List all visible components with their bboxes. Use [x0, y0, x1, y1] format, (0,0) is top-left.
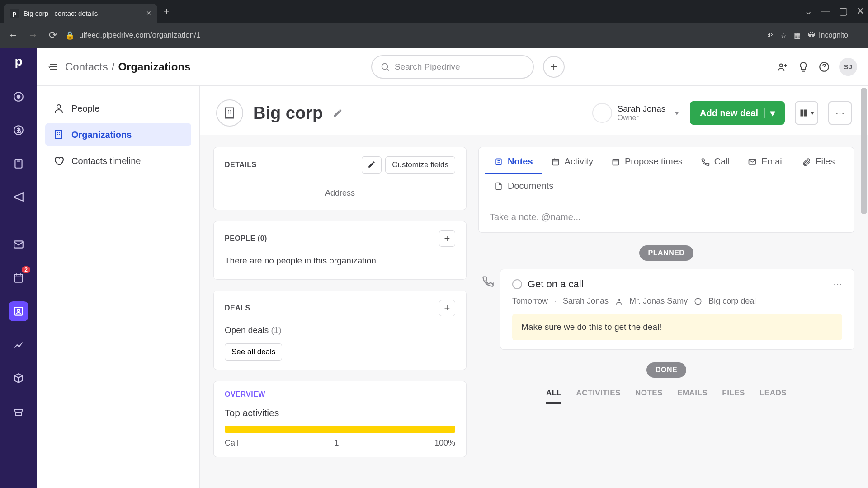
owner-selector[interactable]: Sarah Jonas Owner ▼: [592, 103, 680, 123]
favicon: p: [10, 9, 19, 18]
browser-menu-icon[interactable]: ⋮: [855, 31, 863, 40]
rail-deals[interactable]: [9, 120, 28, 140]
app-logo[interactable]: p: [14, 54, 22, 69]
rail-activities[interactable]: 2: [9, 268, 28, 288]
assistant-icon[interactable]: [797, 61, 809, 73]
svg-point-22: [618, 299, 620, 301]
activity-badge: 2: [22, 266, 30, 273]
svg-rect-12: [56, 131, 62, 139]
done-pill: DONE: [646, 362, 686, 378]
chevron-down-icon[interactable]: ⌄: [804, 5, 812, 17]
tab-notes[interactable]: Notes: [485, 150, 542, 174]
svg-point-9: [780, 64, 783, 67]
scrollbar[interactable]: [861, 88, 867, 214]
activity-more-icon[interactable]: ⋯: [833, 279, 842, 290]
svg-rect-17: [804, 113, 807, 117]
filter-emails[interactable]: EMAILS: [677, 389, 708, 404]
tab-close-icon[interactable]: ×: [146, 9, 151, 18]
see-all-deals-button[interactable]: See all deals: [225, 343, 282, 361]
tab-email[interactable]: Email: [739, 150, 793, 174]
owner-avatar: [592, 103, 612, 123]
search-input[interactable]: Search Pipedrive: [371, 55, 534, 79]
tab-call[interactable]: Call: [692, 150, 739, 174]
tab-title: Big corp - contact details: [24, 9, 142, 17]
activity-deal[interactable]: Big corp deal: [708, 296, 756, 306]
svg-rect-14: [801, 110, 804, 113]
tab-documents[interactable]: Documents: [485, 174, 562, 199]
eye-off-icon[interactable]: 👁: [766, 31, 773, 39]
activity-checkbox[interactable]: [512, 279, 522, 289]
close-window-icon[interactable]: ✕: [856, 5, 864, 17]
tab-files[interactable]: Files: [793, 150, 844, 174]
rail-insights[interactable]: [9, 335, 28, 355]
back-button[interactable]: ←: [5, 29, 21, 41]
filter-tabs: ALL ACTIVITIES NOTES EMAILS FILES LEADS: [478, 389, 854, 404]
top-activities-label: Top activities: [225, 403, 455, 423]
svg-rect-3: [15, 159, 22, 168]
add-person-button[interactable]: +: [439, 230, 455, 247]
note-input[interactable]: Take a note, @name...: [478, 202, 854, 233]
help-icon[interactable]: [818, 61, 830, 73]
svg-point-7: [17, 309, 19, 311]
breadcrumb-current[interactable]: Organizations: [118, 61, 190, 73]
reload-button[interactable]: ⟳: [45, 29, 61, 41]
activity-person[interactable]: Mr. Jonas Samy: [629, 296, 688, 306]
collapse-sidebar-icon[interactable]: [48, 61, 59, 72]
filter-activities[interactable]: ACTIVITIES: [576, 389, 621, 404]
deals-card: DEALS + Open deals (1) See all deals: [213, 291, 467, 370]
breadcrumb-root[interactable]: Contacts: [65, 61, 108, 73]
rail-projects[interactable]: [9, 154, 28, 174]
overview-title: OVERVIEW: [225, 390, 265, 399]
add-deal-plus-button[interactable]: +: [439, 300, 455, 316]
layout-button[interactable]: ▾: [795, 101, 818, 125]
sidebar-item-organizations[interactable]: Organizations: [45, 123, 191, 146]
customize-fields-button[interactable]: Customize fields: [385, 156, 455, 174]
svg-rect-5: [14, 274, 22, 282]
filter-all[interactable]: ALL: [546, 389, 562, 404]
invite-icon[interactable]: [777, 61, 788, 73]
browser-tab[interactable]: p Big corp - contact details ×: [4, 4, 157, 23]
address-field[interactable]: Address: [225, 182, 455, 201]
maximize-icon[interactable]: ▢: [839, 5, 848, 17]
sidebar-item-timeline[interactable]: Contacts timeline: [45, 149, 191, 173]
user-avatar[interactable]: SJ: [839, 58, 857, 76]
sidebar-item-people[interactable]: People: [45, 97, 191, 120]
address-bar[interactable]: 🔒 uifeed.pipedrive.com/organization/1: [65, 31, 761, 40]
call-icon: [479, 272, 497, 290]
building-icon: [53, 129, 64, 140]
rail-mail[interactable]: [9, 235, 28, 254]
rail-leads[interactable]: [9, 87, 28, 107]
filter-notes[interactable]: NOTES: [635, 389, 663, 404]
planned-pill: PLANNED: [639, 245, 694, 261]
rail-products[interactable]: [9, 368, 28, 388]
person-icon: [615, 297, 623, 305]
person-icon: [53, 103, 64, 114]
people-empty: There are no people in this organization: [225, 251, 455, 270]
url-text: uifeed.pipedrive.com/organization/1: [79, 31, 200, 40]
edit-fields-button[interactable]: [362, 156, 382, 174]
incognito-chip[interactable]: 🕶 Incognito: [808, 31, 848, 39]
details-title: DETAILS: [225, 161, 257, 169]
more-actions-button[interactable]: ⋯: [828, 101, 852, 125]
add-deal-dropdown[interactable]: ▾: [764, 108, 775, 118]
rail-contacts[interactable]: [9, 301, 28, 321]
edit-icon[interactable]: [333, 108, 343, 118]
minimize-icon[interactable]: —: [821, 5, 830, 17]
extensions-icon[interactable]: ▦: [794, 31, 801, 40]
filter-files[interactable]: FILES: [722, 389, 745, 404]
org-avatar[interactable]: [216, 99, 243, 127]
lock-icon: 🔒: [65, 31, 75, 40]
add-deal-button[interactable]: Add new deal ▾: [690, 101, 785, 125]
activity-tabs: Notes Activity Propose times Call Email …: [478, 147, 854, 202]
activity-title[interactable]: Get on a call: [528, 278, 584, 290]
activity-note: Make sure we do this to get the deal!: [512, 314, 842, 340]
svg-rect-13: [226, 108, 234, 118]
new-tab-button[interactable]: +: [164, 5, 170, 17]
quick-add-button[interactable]: +: [543, 56, 565, 78]
rail-marketplace[interactable]: [9, 402, 28, 422]
star-icon[interactable]: ☆: [780, 31, 787, 40]
tab-propose[interactable]: Propose times: [602, 150, 692, 174]
tab-activity[interactable]: Activity: [542, 150, 602, 174]
rail-campaigns[interactable]: [9, 187, 28, 207]
filter-leads[interactable]: LEADS: [760, 389, 787, 404]
